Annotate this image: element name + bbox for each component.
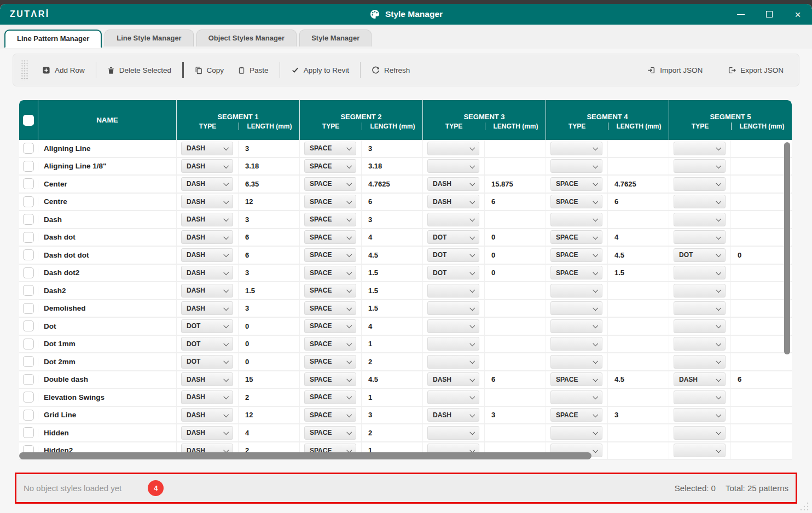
segment-length-cell[interactable] — [607, 442, 669, 459]
import-json-button[interactable]: Import JSON — [642, 62, 708, 79]
segment-type-select[interactable]: DASH — [181, 159, 233, 173]
segment-type-select[interactable]: DOT — [181, 355, 233, 369]
segment-type-select[interactable]: DASH — [181, 372, 233, 386]
row-checkbox[interactable] — [23, 410, 34, 421]
tab-style-manager[interactable]: Style Manager — [299, 30, 372, 46]
segment-length-cell[interactable] — [607, 140, 669, 157]
segment-type-select[interactable] — [550, 284, 602, 298]
segment-type-select[interactable]: DASH — [427, 195, 479, 208]
horizontal-scrollbar[interactable] — [19, 452, 591, 459]
segment-length-cell[interactable] — [484, 424, 546, 441]
segment-type-select[interactable] — [550, 319, 602, 333]
segment-type-select[interactable]: DOT — [181, 319, 233, 333]
segment-length-cell[interactable] — [730, 194, 792, 211]
drag-handle-icon[interactable] — [21, 60, 28, 80]
segment-length-cell[interactable]: 6 — [730, 371, 792, 388]
segment-type-select[interactable]: SPACE — [304, 142, 356, 155]
segment-type-select[interactable]: SPACE — [550, 408, 602, 422]
segment-type-select[interactable] — [427, 426, 479, 440]
delete-selected-button[interactable]: Delete Selected — [102, 62, 177, 79]
segment-length-cell[interactable]: 3 — [238, 211, 299, 228]
segment-type-select[interactable]: SPACE — [304, 319, 356, 333]
segment-type-select[interactable]: SPACE — [304, 408, 356, 422]
segment-type-select[interactable]: DOT — [427, 248, 479, 262]
segment-length-cell[interactable]: 15 — [238, 371, 299, 388]
maximize-button[interactable] — [755, 4, 784, 25]
segment-length-cell[interactable]: 0 — [238, 336, 299, 353]
segment-type-select[interactable]: SPACE — [304, 159, 356, 173]
segment-length-cell[interactable]: 6.35 — [238, 176, 299, 193]
segment-type-select[interactable] — [674, 195, 726, 208]
paste-button[interactable]: Paste — [233, 62, 274, 79]
segment-type-select[interactable]: DOT — [427, 266, 479, 279]
segment-type-select[interactable] — [674, 142, 726, 155]
segment-length-cell[interactable]: 3 — [238, 300, 299, 317]
segment-length-cell[interactable]: 3 — [607, 407, 669, 424]
segment-type-select[interactable]: DASH — [427, 372, 479, 386]
segment-type-select[interactable] — [550, 301, 602, 315]
segment-length-cell[interactable]: 6 — [238, 229, 299, 246]
segment-type-select[interactable]: SPACE — [550, 266, 602, 279]
segment-length-cell[interactable]: 1.5 — [361, 265, 422, 282]
segment-type-select[interactable] — [674, 177, 726, 191]
vertical-scrollbar[interactable] — [784, 142, 790, 354]
segment-type-select[interactable]: SPACE — [550, 195, 602, 208]
segment-type-select[interactable] — [550, 142, 602, 155]
segment-length-cell[interactable] — [730, 336, 792, 353]
segment-length-cell[interactable]: 12 — [238, 407, 299, 424]
segment-type-select[interactable]: DASH — [181, 390, 233, 404]
segment-length-cell[interactable]: 4.5 — [607, 247, 669, 264]
segment-type-select[interactable]: SPACE — [304, 301, 356, 315]
segment-length-cell[interactable]: 4.5 — [607, 371, 669, 388]
segment-type-select[interactable] — [427, 284, 479, 298]
row-checkbox[interactable] — [23, 339, 34, 349]
segment-length-cell[interactable] — [484, 158, 546, 175]
segment-length-cell[interactable]: 4 — [238, 424, 299, 441]
segment-type-select[interactable] — [550, 159, 602, 173]
row-checkbox[interactable] — [23, 267, 34, 278]
segment-type-select[interactable] — [427, 319, 479, 333]
segment-length-cell[interactable] — [730, 318, 792, 335]
segment-type-select[interactable] — [674, 159, 726, 173]
segment-length-cell[interactable]: 4.5 — [361, 247, 422, 264]
segment-length-cell[interactable] — [607, 389, 669, 406]
segment-length-cell[interactable]: 4 — [361, 318, 422, 335]
segment-length-cell[interactable] — [730, 353, 792, 370]
tab-line-style-manager[interactable]: Line Style Manager — [105, 30, 193, 46]
row-checkbox[interactable] — [23, 303, 34, 314]
row-checkbox[interactable] — [23, 427, 34, 438]
row-checkbox[interactable] — [23, 232, 34, 243]
segment-length-cell[interactable] — [730, 229, 792, 246]
segment-type-select[interactable]: DASH — [181, 195, 233, 208]
segment-type-select[interactable] — [427, 355, 479, 369]
resize-grip-icon[interactable] — [799, 502, 809, 511]
segment-type-select[interactable]: DASH — [674, 372, 726, 386]
segment-length-cell[interactable]: 6 — [238, 247, 299, 264]
segment-length-cell[interactable]: 2 — [361, 353, 422, 370]
segment-length-cell[interactable]: 6 — [484, 194, 546, 211]
row-checkbox[interactable] — [23, 356, 34, 367]
segment-length-cell[interactable] — [484, 300, 546, 317]
segment-length-cell[interactable]: 0 — [484, 265, 546, 282]
segment-type-select[interactable] — [674, 301, 726, 315]
segment-type-select[interactable]: SPACE — [304, 230, 356, 244]
segment-length-cell[interactable]: 1.5 — [238, 282, 299, 299]
apply-to-revit-button[interactable]: Apply to Revit — [286, 62, 355, 79]
segment-type-select[interactable]: SPACE — [304, 390, 356, 404]
segment-length-cell[interactable]: 4 — [607, 229, 669, 246]
segment-type-select[interactable] — [427, 142, 479, 155]
row-checkbox[interactable] — [23, 214, 34, 225]
segment-type-select[interactable]: SPACE — [304, 195, 356, 208]
segment-type-select[interactable] — [674, 426, 726, 440]
row-checkbox[interactable] — [23, 143, 34, 154]
segment-length-cell[interactable]: 1.5 — [607, 265, 669, 282]
segment-type-select[interactable] — [427, 337, 479, 351]
segment-type-select[interactable]: SPACE — [550, 248, 602, 262]
segment-type-select[interactable] — [674, 284, 726, 298]
segment-type-select[interactable]: SPACE — [304, 213, 356, 226]
segment-type-select[interactable] — [674, 390, 726, 404]
segment-type-select[interactable]: DASH — [181, 230, 233, 244]
segment-type-select[interactable] — [674, 337, 726, 351]
segment-length-cell[interactable]: 4.5 — [361, 371, 422, 388]
segment-type-select[interactable]: SPACE — [550, 177, 602, 191]
